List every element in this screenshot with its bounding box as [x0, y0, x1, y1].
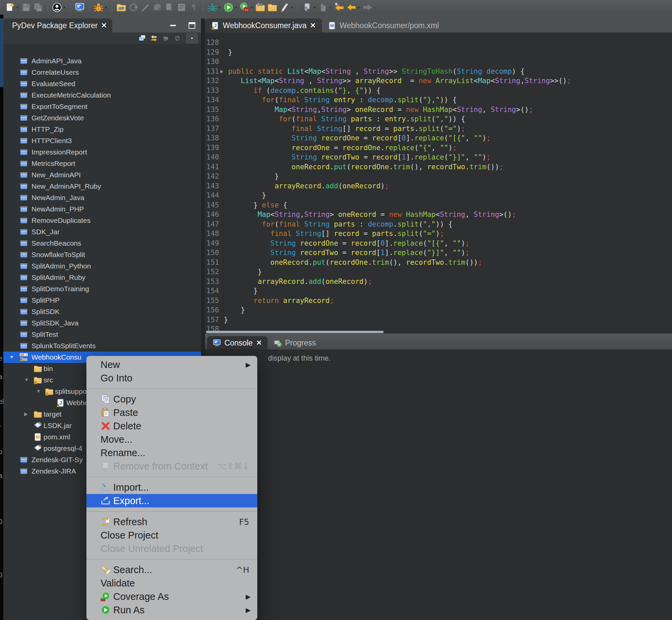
tree-item-newadmin-java[interactable]: NewAdmin_Java	[3, 192, 201, 203]
minimize-view-button[interactable]	[169, 22, 177, 29]
code-line-131: 131●public static List<Map<String , Stri…	[205, 67, 672, 76]
dropdown-arrow-icon[interactable]: ▼	[234, 6, 237, 9]
profile-icon	[52, 2, 62, 12]
tree-item-removeduplicates[interactable]: RemoveDuplicates	[3, 215, 201, 226]
marker-button[interactable]: ▼	[278, 1, 294, 14]
pydev-debug-button[interactable]: ▼	[206, 1, 222, 14]
dropdown-arrow-icon[interactable]: ▼	[63, 6, 66, 9]
tree-item-splunktosplitevents[interactable]: SplunkToSplitEvents	[3, 340, 201, 352]
dropdown-arrow-icon[interactable]: ▼	[357, 6, 360, 9]
menu-item-run-as[interactable]: Run As▶	[87, 603, 257, 617]
open-folder-button[interactable]	[266, 1, 278, 14]
tree-item-snowflaketosplit[interactable]: SnowflakeToSplit	[3, 249, 201, 260]
tree-item-splitdemotraining[interactable]: SplitDemoTraining	[3, 283, 201, 295]
link-with-editor-button[interactable]	[150, 34, 158, 43]
tab-progress[interactable]: Progress	[268, 336, 322, 350]
tree-item-evaluateseed[interactable]: EvaluateSeed	[3, 78, 201, 90]
coverage-button[interactable]: ▼	[238, 1, 255, 14]
horizontal-scrollbar[interactable]	[206, 331, 384, 333]
line-number: 150	[205, 248, 219, 258]
close-icon[interactable]: ✕	[256, 339, 262, 347]
view-menu-button[interactable]: ▼	[186, 34, 198, 43]
tab-console[interactable]: Console ✕	[207, 336, 268, 350]
close-icon[interactable]: ✕	[101, 21, 107, 30]
tree-item-executemetriccalculation[interactable]: ExecuteMetricCalculation	[3, 90, 201, 101]
code-text: if (decomp.contains("}, {")) {	[224, 86, 381, 96]
tree-item-exporttosegment[interactable]: ExportToSegment	[3, 101, 201, 112]
debug-button[interactable]: ▼	[93, 1, 109, 14]
tree-item-http-zip[interactable]: HTTP_Zip	[3, 124, 201, 135]
tree-item-splitadmin-ruby[interactable]: SplitAdmin_Ruby	[3, 272, 201, 283]
code-editor[interactable]: 128129}130131●public static List<Map<Str…	[205, 33, 672, 333]
menu-item-delete[interactable]: Delete	[87, 419, 257, 433]
open-resource-button[interactable]	[254, 1, 266, 14]
tab-webhookconsumer-pom-xml[interactable]: M WebhookConsumer/pom.xml	[322, 18, 445, 33]
dropdown-arrow-icon[interactable]: ▼	[218, 6, 221, 9]
top-toolbar: ▼▼▼¶▼▼▼▼▼▼▼▼	[0, 0, 672, 15]
dropdown-arrow-icon[interactable]: ▼	[290, 6, 293, 9]
last-edit-location-button[interactable]	[333, 1, 345, 14]
new-wizard-button[interactable]: ▼	[4, 1, 20, 14]
dropdown-arrow-icon[interactable]: ▼	[16, 6, 19, 9]
tree-item-getzendeskvote[interactable]: GetZendeskVote	[3, 112, 201, 124]
back-button[interactable]: ▼	[345, 1, 361, 14]
tree-item-searchbeacons[interactable]: SearchBeacons	[3, 238, 201, 249]
dropdown-arrow-icon[interactable]: ▼	[329, 6, 332, 9]
menu-item-label: New	[101, 359, 120, 370]
console-view-button[interactable]	[74, 1, 86, 14]
run-button[interactable]: ▼	[222, 1, 238, 14]
menu-item-import[interactable]: Import...	[87, 480, 257, 494]
profile-button[interactable]: ▼	[51, 1, 67, 14]
tree-item-sdk-jar[interactable]: SDK_Jar	[3, 226, 201, 238]
tree-item-splitadmin-python[interactable]: SplitAdmin_Python	[3, 260, 201, 272]
line-number: 129	[205, 48, 219, 57]
tree-item-splitphp[interactable]: SplitPHP	[3, 295, 201, 306]
dropdown-arrow-icon[interactable]: ▼	[373, 6, 377, 9]
menu-item-close-project[interactable]: Close Project	[87, 528, 257, 542]
menu-item-go-into[interactable]: Go Into	[87, 371, 257, 385]
project-icon	[19, 296, 28, 305]
code-text: }	[224, 191, 266, 200]
maximize-view-button[interactable]	[188, 22, 195, 29]
dropdown-arrow-icon[interactable]: ▼	[104, 6, 108, 9]
tree-item-httpclient3[interactable]: HTTPClient3	[3, 135, 201, 147]
menu-item-coverage-as[interactable]: Coverage As▶	[87, 590, 257, 603]
tree-item-metricsreport[interactable]: MetricsReport	[3, 158, 201, 169]
expander-down-icon[interactable]: ▼	[36, 389, 41, 394]
menu-item-validate[interactable]: Validate	[87, 576, 257, 590]
menu-item-search[interactable]: Search...^H	[87, 563, 257, 576]
tree-item-new-adminapi-ruby[interactable]: New_AdminAPI_Ruby	[3, 180, 201, 192]
tree-item-impressionreport[interactable]: ImpressionReport	[3, 147, 201, 158]
collapse-all-button[interactable]	[138, 34, 147, 43]
tab-webhookconsumer-java[interactable]: J WebhookConsumer.java ✕	[205, 18, 322, 33]
close-icon[interactable]: ✕	[310, 21, 316, 30]
menu-item-refresh[interactable]: RefreshF5	[87, 515, 257, 528]
expander-down-icon[interactable]: ▼	[9, 354, 14, 360]
tree-item-splitsdk[interactable]: SplitSDK	[3, 306, 201, 317]
dropdown-arrow-icon[interactable]: ▼	[313, 6, 316, 9]
menu-item-paste[interactable]: Paste	[87, 406, 257, 419]
menu-item-move[interactable]: Move...	[87, 433, 257, 446]
tree-item-correlateusers[interactable]: CorrelateUsers	[3, 67, 201, 78]
tab-pydev-package-explorer[interactable]: PyDev Package Explorer ✕	[3, 18, 112, 33]
progress-icon	[273, 339, 282, 347]
next-annotation-button[interactable]: ▼	[301, 1, 317, 14]
svg-text:J: J	[25, 353, 27, 357]
menu-item-rename[interactable]: Rename...	[87, 446, 257, 460]
expander-right-icon[interactable]: ▶	[24, 411, 28, 417]
line-number: 153	[205, 277, 219, 287]
tree-item-splittest[interactable]: SplitTest	[3, 329, 201, 340]
run-menu-icon	[101, 605, 111, 615]
tree-item-new-adminapi[interactable]: New_AdminAPI	[3, 169, 201, 180]
line-marker-empty	[219, 267, 224, 277]
menu-item-export[interactable]: Export...	[87, 494, 257, 507]
run-config-button[interactable]	[115, 1, 127, 14]
menu-item-label: Move...	[101, 434, 132, 445]
tree-item-adminapi-java[interactable]: AdminAPI_Java	[3, 55, 201, 67]
expander-down-icon[interactable]: ▼	[24, 377, 29, 382]
tree-item-newadmin-php[interactable]: NewAdmin_PHP	[3, 203, 201, 215]
tree-item-splitsdk-java[interactable]: SplitSDK_Java	[3, 317, 201, 329]
dropdown-arrow-icon[interactable]: ▼	[250, 6, 254, 9]
menu-item-copy[interactable]: Copy	[87, 393, 257, 406]
menu-item-new[interactable]: New▶	[87, 358, 257, 371]
